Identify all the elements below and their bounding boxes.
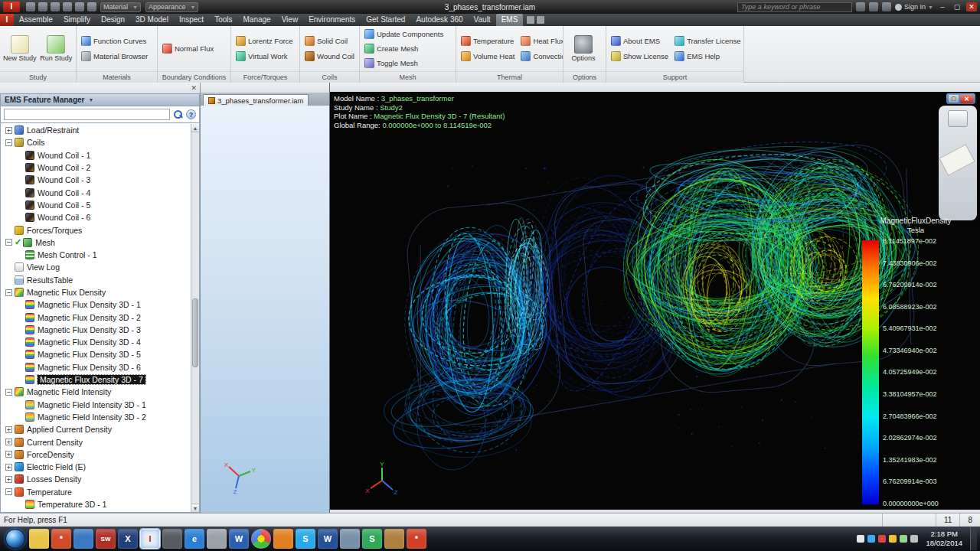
expand-icon[interactable]: + (5, 464, 12, 471)
ribbon-group-label-boundary-conditions[interactable]: Boundary Conditions (158, 71, 230, 83)
ribbon-button-options[interactable]: Options (566, 34, 601, 64)
start-button[interactable] (5, 529, 25, 549)
ribbon-button-solid-coil[interactable]: Solid Coil (302, 34, 350, 48)
taskbar-icon-app-steel[interactable] (340, 529, 360, 549)
expand-icon[interactable]: + (5, 476, 12, 483)
expand-icon[interactable]: − (5, 139, 12, 146)
menu-tab-autodesk-360[interactable]: Autodesk 360 (410, 14, 468, 26)
panel-close-icon[interactable]: ✕ (191, 84, 197, 92)
ribbon-group-label-support[interactable]: Support (606, 71, 743, 83)
tray-icon[interactable] (889, 535, 897, 543)
menu-tab-inspect[interactable]: Inspect (174, 14, 209, 26)
inventor-app-icon[interactable]: I (0, 14, 14, 26)
taskbar-icon-app-silver[interactable] (207, 529, 227, 549)
tree-item-forces-torques[interactable]: Forces/Torques (1, 223, 191, 236)
expand-icon[interactable]: − (5, 289, 12, 296)
ribbon-group-label-thermal[interactable]: Thermal (456, 71, 563, 83)
tree-item-wound-coil-5[interactable]: Wound Coil - 5 (1, 199, 191, 211)
menu-tab-design[interactable]: Design (96, 14, 130, 26)
taskbar-icon-solidworks[interactable]: SW (96, 529, 116, 549)
expand-icon[interactable]: + (5, 451, 12, 458)
menu-tab-ems[interactable]: EMS (496, 14, 524, 26)
ribbon-button-toggle-mesh[interactable]: Toggle Mesh (362, 57, 420, 70)
menu-tab-vault[interactable]: Vault (469, 14, 496, 26)
feature-manager-header[interactable]: EMS Feature Manager ▼ (0, 93, 200, 106)
undo-icon[interactable] (63, 2, 72, 11)
ribbon-group-label-coils[interactable]: Coils (300, 71, 359, 83)
menu-tab-3d-model[interactable]: 3D Model (130, 14, 174, 26)
ribbon-button-about-ems[interactable]: About EMS (609, 34, 662, 48)
tree-item-magnetic-flux-density-3d-3[interactable]: Magnetic Flux Density 3D - 3 (1, 324, 191, 336)
menu-tab-assemble[interactable]: Assemble (14, 14, 58, 26)
tree-scrollbar[interactable]: ▲ ▼ (191, 124, 199, 512)
ribbon-group-label-options[interactable]: Options (564, 71, 606, 83)
exchange-apps-icon[interactable] (882, 2, 891, 11)
tree-item-magnetic-flux-density-3d-6[interactable]: Magnetic Flux Density 3D - 6 (1, 361, 191, 373)
taskbar-icon-app-red[interactable]: * (407, 529, 426, 549)
ribbon-button-heat-flux[interactable]: Heat Flux (518, 34, 563, 48)
favorites-star-icon[interactable] (869, 2, 878, 11)
close-icon[interactable]: ✕ (960, 95, 973, 103)
show-desktop-button[interactable] (970, 527, 977, 550)
tray-icon[interactable] (910, 535, 918, 543)
tree-item-applied-current-density[interactable]: +Applied Current Density (1, 423, 191, 435)
tree-item-losses-density[interactable]: +Losses Density (1, 473, 191, 485)
menu-tab-environments[interactable]: Environments (303, 14, 361, 26)
ribbon-button-normal-flux[interactable]: Normal Flux (160, 42, 216, 56)
close-icon[interactable]: ✕ (966, 2, 977, 11)
menu-tab-view[interactable]: View (276, 14, 304, 26)
tree-item-magnetic-flux-density[interactable]: −Magnetic Flux Density (1, 286, 191, 298)
help-icon[interactable]: ? (186, 109, 196, 119)
ribbon-button-volume-heat[interactable]: Volume Heat (459, 50, 517, 64)
ribbon-button-material-browser[interactable]: Material Browser (79, 50, 150, 64)
document-tab[interactable]: 3_phases_transformer.iam (203, 94, 309, 106)
tree-item-wound-coil-3[interactable]: Wound Coil - 3 (1, 174, 191, 186)
appearance-dropdown[interactable]: Appearance▼ (145, 2, 198, 12)
taskbar-icon-chrome[interactable] (251, 529, 271, 549)
taskbar-clock[interactable]: 2:18 PM 18/02/2014 (921, 530, 967, 548)
redo-icon[interactable] (75, 2, 84, 11)
ribbon-button-run-study[interactable]: Run Study (39, 34, 74, 64)
tool-icon[interactable] (948, 110, 968, 127)
ribbon-button-ems-help[interactable]: EMS Help (672, 50, 722, 64)
tree-item-temperature-3d-1[interactable]: Temperature 3D - 1 (1, 498, 191, 510)
tree-item-forcedensity[interactable]: +ForceDensity (1, 448, 191, 461)
open-icon[interactable] (38, 2, 47, 11)
new-file-icon[interactable] (26, 2, 35, 11)
tree-item-magnetic-flux-density-3d-1[interactable]: Magnetic Flux Density 3D - 1 (1, 298, 191, 311)
expand-icon[interactable]: − (5, 239, 12, 246)
expand-icon[interactable]: − (5, 389, 12, 396)
ribbon-group-label-study[interactable]: Study (0, 71, 76, 83)
menu-tab-simplify[interactable]: Simplify (58, 14, 96, 26)
tree-item-load-restraint[interactable]: +Load/Restraint (1, 124, 191, 136)
ribbon-group-label-mesh[interactable]: Mesh (360, 71, 456, 83)
keyword-search-input[interactable] (737, 2, 852, 12)
ribbon-button-transfer-license[interactable]: Transfer License (672, 34, 743, 48)
scrollbar-thumb[interactable] (192, 298, 198, 367)
save-icon[interactable] (51, 2, 60, 11)
tree-item-magnetic-field-intensity-3d-2[interactable]: Magnetic Field Intensity 3D - 2 (1, 411, 191, 423)
search-icon[interactable] (856, 2, 865, 11)
feature-search-input[interactable] (4, 109, 170, 120)
menu-tab-manage[interactable]: Manage (237, 14, 276, 26)
taskbar-icon-inventor[interactable]: I (140, 529, 160, 549)
menu-tab-tools[interactable]: Tools (209, 14, 237, 26)
tree-item-wound-coil-1[interactable]: Wound Coil - 1 (1, 149, 191, 161)
tree-item-magnetic-flux-density-3d-4[interactable]: Magnetic Flux Density 3D - 4 (1, 336, 191, 348)
material-dropdown[interactable]: Material▼ (100, 2, 141, 12)
taskbar-icon-app-blue[interactable] (74, 529, 93, 549)
ribbon-button-update-components[interactable]: Update Components (362, 28, 446, 41)
plot-window[interactable]: Model Name : 3_phases_transformerStudy N… (330, 92, 980, 510)
side-panel-fragment[interactable] (939, 106, 977, 220)
tray-icon[interactable] (878, 535, 886, 543)
search-icon[interactable] (173, 109, 183, 119)
taskbar-icon-app-navy[interactable]: X (118, 529, 138, 549)
taskbar-icon-app-orange[interactable] (273, 529, 293, 549)
tree-item-magnetic-field-intensity[interactable]: −Magnetic Field Intensity (1, 386, 191, 398)
scroll-up-icon[interactable]: ▲ (191, 124, 199, 132)
ribbon-group-label-force-torques[interactable]: Force/Torques (231, 71, 299, 83)
tree-item-mesh-control-1[interactable]: Mesh Control - 1 (1, 249, 191, 261)
taskbar-icon-word[interactable]: W (229, 529, 249, 549)
tree-item-temperature[interactable]: −Temperature (1, 486, 191, 498)
expand-icon[interactable]: + (5, 426, 12, 433)
